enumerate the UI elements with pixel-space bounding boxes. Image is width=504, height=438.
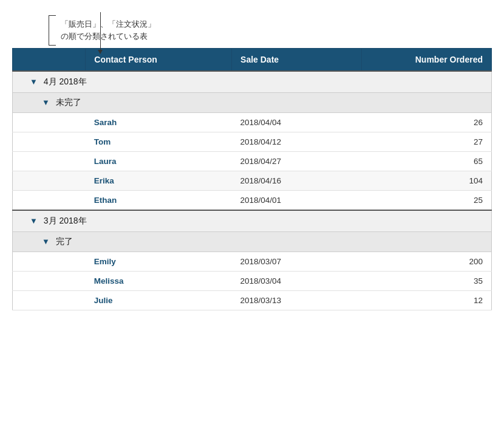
cell-date: 2018/04/16 <box>232 171 362 191</box>
table-row: Tom 2018/04/12 27 <box>13 132 492 152</box>
header-contact: Contact Person <box>86 49 232 72</box>
group-status-row: ▼ 完了 <box>13 232 492 252</box>
cell-indent <box>13 113 86 132</box>
cell-name: Erika <box>86 171 232 191</box>
month-label: ▼ 4月 2018年 <box>13 71 492 93</box>
cell-indent <box>13 171 86 191</box>
cell-name: Tom <box>86 132 232 152</box>
cell-date: 2018/03/13 <box>232 291 362 310</box>
cell-number: 35 <box>362 272 492 291</box>
cell-date: 2018/04/01 <box>232 191 362 211</box>
cell-number: 65 <box>362 152 492 171</box>
annotation-text: 「販売日」、「注文状況」 の順で分類されている表 <box>61 18 492 42</box>
annotation-area: 「販売日」、「注文状況」 の順で分類されている表 <box>12 12 492 42</box>
cell-date: 2018/04/12 <box>232 132 362 152</box>
main-table: Contact Person Sale Date Number Ordered … <box>12 48 492 310</box>
cell-number: 12 <box>362 291 492 310</box>
cell-indent <box>13 191 86 211</box>
table-row: Sarah 2018/04/04 26 <box>13 113 492 132</box>
cell-date: 2018/04/27 <box>232 152 362 171</box>
table-row: Emily 2018/03/07 200 <box>13 252 492 272</box>
cell-number: 200 <box>362 252 492 272</box>
table-row: Melissa 2018/03/04 35 <box>13 272 492 291</box>
cell-number: 26 <box>362 113 492 132</box>
cell-indent <box>13 272 86 291</box>
cell-date: 2018/04/04 <box>232 113 362 132</box>
cell-indent <box>13 252 86 272</box>
annotation-bracket <box>49 15 56 46</box>
triangle-icon: ▼ <box>30 216 38 225</box>
cell-indent <box>13 152 86 171</box>
triangle-icon: ▼ <box>42 98 50 107</box>
group-month-row: ▼ 4月 2018年 <box>13 71 492 93</box>
cell-date: 2018/03/07 <box>232 252 362 272</box>
cell-name: Ethan <box>86 191 232 211</box>
group-month-row: ▼ 3月 2018年 <box>13 210 492 232</box>
month-label: ▼ 3月 2018年 <box>13 210 492 232</box>
group-status-row: ▼ 未完了 <box>13 93 492 113</box>
cell-number: 104 <box>362 171 492 191</box>
cell-indent <box>13 132 86 152</box>
table-row: Ethan 2018/04/01 25 <box>13 191 492 211</box>
table-row: Erika 2018/04/16 104 <box>13 171 492 191</box>
status-label: ▼ 未完了 <box>13 93 492 113</box>
cell-date: 2018/03/04 <box>232 272 362 291</box>
cell-name: Sarah <box>86 113 232 132</box>
cell-name: Emily <box>86 252 232 272</box>
table-row: Julie 2018/03/13 12 <box>13 291 492 310</box>
table-row: Laura 2018/04/27 65 <box>13 152 492 171</box>
cell-number: 27 <box>362 132 492 152</box>
cell-name: Julie <box>86 291 232 310</box>
status-label: ▼ 完了 <box>13 232 492 252</box>
triangle-icon: ▼ <box>30 77 38 86</box>
triangle-icon: ▼ <box>42 237 50 246</box>
header-ordered: Number Ordered <box>362 49 492 72</box>
header-empty <box>13 49 86 72</box>
cell-number: 25 <box>362 191 492 211</box>
callout-line <box>100 12 101 53</box>
cell-name: Laura <box>86 152 232 171</box>
table-header-row: Contact Person Sale Date Number Ordered <box>13 49 492 72</box>
cell-name: Melissa <box>86 272 232 291</box>
cell-indent <box>13 291 86 310</box>
header-saledate: Sale Date <box>232 49 362 72</box>
